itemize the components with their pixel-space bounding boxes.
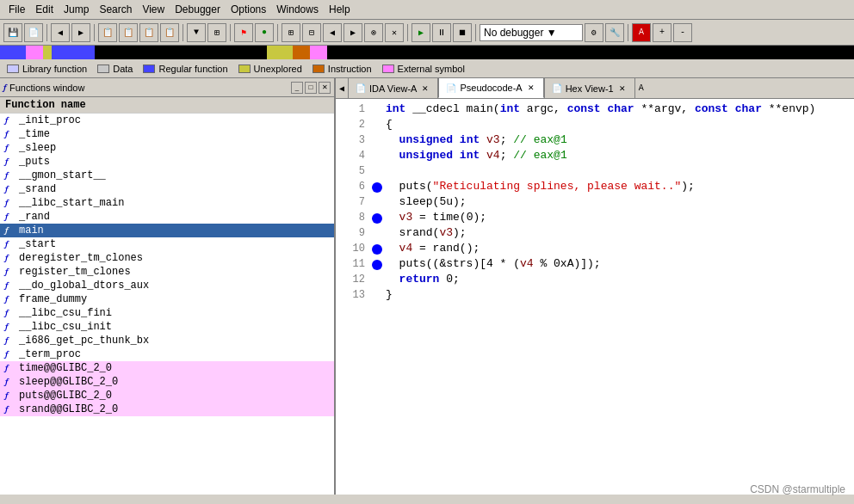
list-item[interactable]: 𝑓__gmon_start__ bbox=[0, 169, 334, 182]
line-breakpoint-dot bbox=[372, 291, 382, 301]
list-item[interactable]: 𝑓__libc_csu_init bbox=[0, 320, 334, 334]
toolbar-color3[interactable]: - bbox=[673, 23, 692, 42]
func-icon: 𝑓 bbox=[5, 391, 15, 401]
list-item[interactable]: 𝑓_srand bbox=[0, 182, 334, 196]
legend-library-label: Library function bbox=[22, 64, 87, 74]
menu-help[interactable]: Help bbox=[324, 2, 356, 17]
tab-ida-view[interactable]: 📄 IDA View-A ✕ bbox=[348, 78, 438, 98]
line-number: 12 bbox=[339, 273, 365, 286]
toolbar-select[interactable]: ⊞ bbox=[207, 23, 226, 42]
list-item[interactable]: 𝑓__libc_csu_fini bbox=[0, 306, 334, 320]
func-name: _i686_get_pc_thunk_bx bbox=[19, 335, 149, 347]
menu-jump[interactable]: Jump bbox=[59, 2, 94, 17]
func-icon: 𝑓 bbox=[5, 309, 15, 318]
color-band bbox=[0, 46, 854, 59]
panel-close[interactable]: ✕ bbox=[319, 82, 331, 94]
toolbar-copy2[interactable]: 📋 bbox=[119, 23, 138, 42]
menu-search[interactable]: Search bbox=[94, 2, 137, 17]
toolbar-dbg1[interactable]: ⚙ bbox=[585, 23, 603, 42]
toolbar-d2[interactable]: ⊟ bbox=[302, 23, 321, 42]
toolbar-d1[interactable]: ⊞ bbox=[282, 23, 300, 42]
func-name: _sleep bbox=[19, 142, 56, 154]
legend-regular: Regular function bbox=[143, 64, 227, 74]
list-item[interactable]: 𝑓_term_proc bbox=[0, 347, 334, 361]
line-number: 6 bbox=[339, 180, 365, 193]
list-item[interactable]: 𝑓__do_global_dtors_aux bbox=[0, 279, 334, 292]
func-name: _init_proc bbox=[19, 114, 81, 126]
functions-header: Function name bbox=[0, 97, 334, 114]
toolbar-new[interactable]: 📄 bbox=[24, 23, 43, 42]
func-icon: 𝑓 bbox=[5, 171, 15, 181]
toolbar-d4[interactable]: ▶ bbox=[343, 23, 362, 42]
menu-debugger[interactable]: Debugger bbox=[170, 2, 226, 17]
list-item[interactable]: 𝑓_start bbox=[0, 237, 334, 251]
list-item[interactable]: 𝑓_puts bbox=[0, 155, 334, 169]
func-name: __do_global_dtors_aux bbox=[19, 280, 149, 292]
toolbar-sep4 bbox=[230, 24, 231, 41]
toolbar-dbg2[interactable]: 🔧 bbox=[605, 23, 624, 42]
toolbar-fwd[interactable]: ▶ bbox=[71, 23, 90, 42]
tab-hex-view[interactable]: 📄 Hex View-1 ✕ bbox=[544, 78, 635, 98]
list-item[interactable]: 𝑓sleep@@GLIBC_2_0 bbox=[0, 375, 334, 389]
toolbar-color2[interactable]: + bbox=[653, 23, 671, 42]
toolbar-run[interactable]: ▶ bbox=[412, 23, 430, 42]
list-item[interactable]: 𝑓_rand bbox=[0, 210, 334, 224]
panel-minimize[interactable]: _ bbox=[291, 82, 303, 94]
list-item[interactable]: 𝑓frame_dummy bbox=[0, 292, 334, 306]
list-item[interactable]: 𝑓_time bbox=[0, 127, 334, 141]
list-item[interactable]: 𝑓_init_proc bbox=[0, 114, 334, 127]
func-name: register_tm_clones bbox=[19, 266, 131, 278]
list-item[interactable]: 𝑓_sleep bbox=[0, 141, 334, 155]
tab-hex-view-close[interactable]: ✕ bbox=[617, 83, 628, 94]
menu-view[interactable]: View bbox=[137, 2, 170, 17]
line-breakpoint-dot bbox=[372, 275, 382, 286]
toolbar-copy1[interactable]: 📋 bbox=[98, 23, 117, 42]
list-item[interactable]: 𝑓__libc_start_main bbox=[0, 196, 334, 210]
list-item[interactable]: 𝑓srand@@GLIBC_2_0 bbox=[0, 403, 334, 416]
list-item[interactable]: 𝑓main bbox=[0, 224, 334, 237]
tab-right-area[interactable]: A bbox=[635, 82, 647, 95]
toolbar-pause[interactable]: ⏸ bbox=[432, 23, 451, 42]
list-item[interactable]: 𝑓_i686_get_pc_thunk_bx bbox=[0, 334, 334, 347]
func-name: frame_dummy bbox=[19, 293, 87, 305]
list-item[interactable]: 𝑓puts@@GLIBC_2_0 bbox=[0, 389, 334, 403]
toolbar-copy4[interactable]: 📋 bbox=[160, 23, 179, 42]
toolbar-stop[interactable]: ⏹ bbox=[453, 23, 472, 42]
func-name: sleep@@GLIBC_2_0 bbox=[19, 376, 118, 388]
toolbar-down[interactable]: ▼ bbox=[187, 23, 206, 42]
tab-pseudocode[interactable]: 📄 Pseudocode-A ✕ bbox=[438, 78, 543, 98]
tab-left-arrow[interactable]: ◀ bbox=[336, 82, 348, 95]
code-text: } bbox=[386, 288, 393, 301]
menu-options[interactable]: Options bbox=[226, 2, 271, 17]
band-black1 bbox=[95, 46, 267, 59]
line-number: 11 bbox=[339, 257, 365, 270]
list-item[interactable]: 𝑓time@@GLIBC_2_0 bbox=[0, 361, 334, 375]
legend-data: Data bbox=[97, 64, 133, 74]
toolbar-copy3[interactable]: 📋 bbox=[139, 23, 158, 42]
line-number: 13 bbox=[339, 288, 365, 301]
panel-maximize[interactable]: □ bbox=[305, 82, 317, 94]
line-number: 2 bbox=[339, 118, 365, 131]
toolbar-save[interactable]: 💾 bbox=[3, 23, 22, 42]
menu-windows[interactable]: Windows bbox=[271, 2, 324, 17]
functions-list[interactable]: 𝑓_init_proc𝑓_time𝑓_sleep𝑓_puts𝑓__gmon_st… bbox=[0, 114, 334, 495]
debugger-dropdown[interactable]: No debugger ▼ bbox=[480, 24, 583, 41]
code-text: sleep(5u); bbox=[386, 195, 467, 208]
toolbar-d3[interactable]: ◀ bbox=[323, 23, 342, 42]
toolbar-patch2[interactable]: ● bbox=[255, 23, 274, 42]
line-breakpoint-dot bbox=[372, 260, 382, 270]
list-item[interactable]: 𝑓register_tm_clones bbox=[0, 265, 334, 279]
func-name: deregister_tm_clones bbox=[19, 252, 143, 264]
code-view[interactable]: 1int __cdecl main(int argc, const char *… bbox=[336, 99, 854, 495]
toolbar-back[interactable]: ◀ bbox=[51, 23, 70, 42]
toolbar-color1[interactable]: A bbox=[632, 23, 651, 42]
line-breakpoint-dot bbox=[372, 244, 382, 255]
list-item[interactable]: 𝑓deregister_tm_clones bbox=[0, 251, 334, 265]
menu-file[interactable]: File bbox=[3, 2, 30, 17]
toolbar-d6[interactable]: ✕ bbox=[385, 23, 404, 42]
tab-pseudocode-close[interactable]: ✕ bbox=[526, 83, 536, 93]
toolbar-d5[interactable]: ⊗ bbox=[364, 23, 383, 42]
toolbar-patch1[interactable]: ⚑ bbox=[234, 23, 253, 42]
tab-ida-view-close[interactable]: ✕ bbox=[420, 83, 430, 94]
menu-edit[interactable]: Edit bbox=[30, 2, 59, 17]
